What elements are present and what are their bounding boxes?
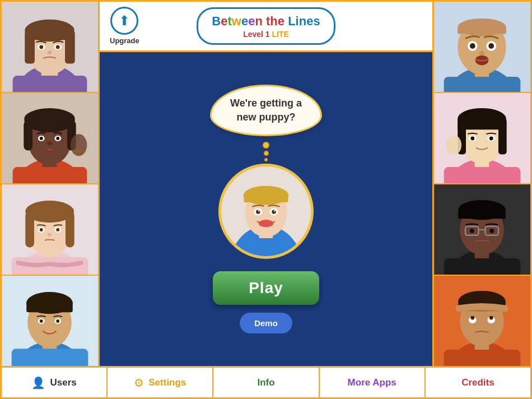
content-area: We're getting a new puppy? bbox=[100, 52, 432, 366]
top-bar: ⬆ Upgrade Between the Lines Level 1 LITE bbox=[100, 2, 432, 52]
play-button[interactable]: Play bbox=[213, 271, 319, 305]
svg-rect-13 bbox=[13, 76, 87, 93]
svg-point-78 bbox=[479, 51, 485, 55]
svg-point-76 bbox=[470, 43, 475, 49]
avatar-man-surprised[interactable] bbox=[434, 2, 530, 93]
svg-point-104 bbox=[470, 229, 474, 233]
nav-more-apps[interactable]: More Apps bbox=[320, 368, 426, 397]
svg-point-66 bbox=[274, 210, 276, 212]
avatar-boy-smiling-left[interactable] bbox=[2, 276, 98, 366]
svg-rect-88 bbox=[498, 119, 507, 155]
svg-point-105 bbox=[489, 229, 494, 233]
svg-point-26 bbox=[47, 141, 53, 146]
app-title-main: Between the Lines bbox=[212, 13, 320, 30]
center-panel: ⬆ Upgrade Between the Lines Level 1 LITE bbox=[100, 2, 432, 366]
svg-rect-106 bbox=[444, 258, 521, 276]
svg-point-65 bbox=[258, 210, 260, 212]
avatar-girl-curious[interactable] bbox=[2, 93, 98, 184]
avatar-boy-glasses[interactable] bbox=[434, 184, 530, 276]
app-title-sub: Level 1 LITE bbox=[212, 30, 320, 39]
svg-point-40 bbox=[40, 228, 43, 231]
svg-rect-43 bbox=[12, 257, 88, 276]
svg-rect-49 bbox=[26, 301, 73, 313]
nav-info[interactable]: Info bbox=[213, 368, 319, 397]
bubble-dots bbox=[263, 142, 269, 161]
svg-rect-28 bbox=[13, 167, 87, 184]
svg-point-41 bbox=[56, 228, 59, 231]
svg-rect-100 bbox=[458, 210, 506, 219]
nav-settings-label: Settings bbox=[148, 377, 186, 388]
svg-rect-29 bbox=[73, 150, 85, 152]
svg-point-12 bbox=[48, 51, 52, 54]
svg-rect-118 bbox=[444, 350, 521, 366]
left-sidebar bbox=[2, 2, 100, 366]
svg-point-52 bbox=[40, 319, 43, 323]
nav-settings[interactable]: ⚙ Settings bbox=[108, 368, 213, 397]
svg-rect-54 bbox=[12, 349, 88, 366]
avatar-teen-looking-up[interactable] bbox=[434, 276, 530, 366]
svg-point-116 bbox=[489, 316, 493, 320]
nav-credits-label: Credits bbox=[461, 377, 494, 388]
user-icon: 👤 bbox=[31, 376, 45, 389]
svg-rect-73 bbox=[458, 27, 506, 34]
svg-point-64 bbox=[272, 210, 276, 214]
svg-point-77 bbox=[488, 43, 494, 49]
avatar-teen-girl[interactable] bbox=[2, 2, 98, 93]
nav-users-label: Users bbox=[50, 377, 76, 388]
svg-point-53 bbox=[56, 319, 59, 323]
settings-icon: ⚙ bbox=[134, 376, 144, 389]
upgrade-button[interactable]: ⬆ Upgrade bbox=[110, 7, 139, 45]
svg-point-11 bbox=[56, 45, 60, 49]
svg-point-92 bbox=[489, 137, 493, 141]
svg-rect-37 bbox=[26, 208, 74, 220]
svg-rect-7 bbox=[26, 26, 74, 40]
app-title-box: Between the Lines Level 1 LITE bbox=[197, 7, 335, 45]
svg-point-27 bbox=[71, 134, 87, 156]
svg-rect-94 bbox=[444, 167, 521, 184]
svg-point-24 bbox=[40, 137, 43, 140]
avatar-young-girl[interactable] bbox=[2, 184, 98, 276]
svg-point-115 bbox=[470, 316, 474, 320]
nav-moreapps-label: More Apps bbox=[348, 377, 396, 388]
svg-point-25 bbox=[56, 137, 59, 140]
svg-point-21 bbox=[24, 109, 74, 128]
svg-rect-80 bbox=[444, 77, 521, 93]
svg-point-93 bbox=[446, 135, 462, 155]
character-circle bbox=[218, 164, 314, 259]
thought-bubble: We're getting a new puppy? bbox=[210, 85, 322, 136]
thought-text: We're getting a new puppy? bbox=[230, 98, 302, 123]
nav-credits[interactable]: Credits bbox=[426, 368, 530, 397]
nav-info-label: Info bbox=[257, 377, 274, 388]
svg-point-91 bbox=[470, 137, 474, 141]
upgrade-label: Upgrade bbox=[110, 36, 139, 45]
svg-point-42 bbox=[48, 233, 52, 236]
svg-point-63 bbox=[256, 210, 260, 214]
nav-users[interactable]: 👤 Users bbox=[2, 368, 108, 397]
right-sidebar bbox=[432, 2, 530, 366]
demo-button[interactable]: Demo bbox=[240, 313, 292, 333]
bottom-nav: 👤 Users ⚙ Settings Info More Apps Credit… bbox=[2, 366, 530, 397]
avatar-asian-girl[interactable] bbox=[434, 93, 530, 184]
svg-point-10 bbox=[39, 45, 43, 49]
svg-rect-60 bbox=[244, 194, 288, 202]
